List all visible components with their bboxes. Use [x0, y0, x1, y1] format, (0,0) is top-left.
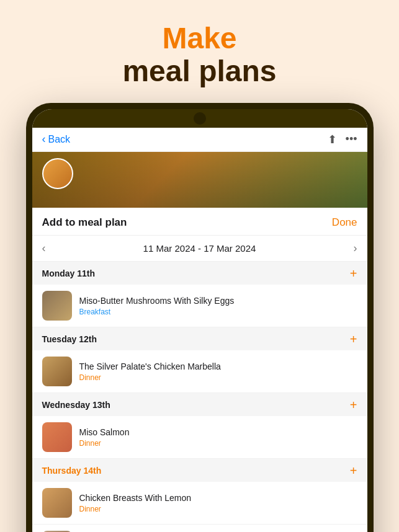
- recipe-info: Chicken Breasts With LemonDinner: [79, 492, 357, 513]
- add-recipe-button-thursday[interactable]: +: [350, 464, 357, 478]
- week-nav: ‹ 11 Mar 2024 - 17 Mar 2024 ›: [32, 236, 367, 262]
- device-frame: ‹ Back ⬆ ••• Add to meal plan Done ‹ 11 …: [26, 103, 374, 532]
- day-header-wednesday: Wednesday 13th+: [32, 393, 367, 416]
- recipe-info: Miso SalmonDinner: [79, 427, 357, 448]
- week-range-label: 11 Mar 2024 - 17 Mar 2024: [143, 243, 256, 254]
- meal-plan-modal: Add to meal plan Done ‹ 11 Mar 2024 - 17…: [32, 208, 367, 532]
- recipe-info: Miso-Butter Mushrooms With Silky EggsBre…: [79, 295, 357, 316]
- share-icon[interactable]: ⬆: [328, 133, 337, 146]
- next-week-button[interactable]: ›: [354, 242, 357, 255]
- nav-right-icons: ⬆ •••: [328, 133, 357, 146]
- back-label: Back: [48, 134, 71, 145]
- recipe-name: Chicken Breasts With Lemon: [79, 492, 357, 503]
- recipe-item[interactable]: Miso-Butter Mushrooms With Silky EggsBre…: [32, 285, 367, 327]
- page-header: Make meal plans: [122, 0, 276, 103]
- nav-bar: ‹ Back ⬆ •••: [32, 128, 367, 152]
- bg-image-area: [32, 152, 367, 208]
- day-section-thursday: Thursday 14th+Chicken Breasts With Lemon…: [32, 459, 367, 532]
- day-label-tuesday: Tuesday 12th: [42, 334, 97, 344]
- recipe-tag: Breakfast: [79, 308, 357, 316]
- recipe-tag: Dinner: [79, 373, 357, 382]
- header-meal-plans: meal plans: [122, 55, 276, 88]
- done-button[interactable]: Done: [332, 216, 357, 229]
- recipe-name: The Silver Palate's Chicken Marbella: [79, 361, 357, 372]
- day-header-thursday: Thursday 14th+: [32, 459, 367, 482]
- chevron-left-icon: ‹: [42, 133, 46, 146]
- days-container: Monday 11th+Miso-Butter Mushrooms With S…: [32, 262, 367, 532]
- day-section-wednesday: Wednesday 13th+Miso SalmonDinner: [32, 393, 367, 459]
- back-button[interactable]: ‹ Back: [42, 133, 71, 146]
- recipe-thumbnail: [42, 357, 72, 386]
- day-header-monday: Monday 11th+: [32, 262, 367, 285]
- prev-week-button[interactable]: ‹: [42, 242, 46, 255]
- recipe-tag: Dinner: [79, 505, 357, 513]
- recipe-name: Miso-Butter Mushrooms With Silky Eggs: [79, 295, 357, 306]
- recipe-name: Miso Salmon: [79, 427, 357, 438]
- day-label-monday: Monday 11th: [42, 268, 96, 278]
- add-recipe-button-wednesday[interactable]: +: [350, 398, 357, 412]
- recipe-thumbnail: [42, 291, 72, 321]
- day-section-monday: Monday 11th+Miso-Butter Mushrooms With S…: [32, 262, 367, 327]
- recipe-thumbnail: [42, 488, 72, 518]
- day-section-tuesday: Tuesday 12th+The Silver Palate's Chicken…: [32, 327, 367, 393]
- more-icon[interactable]: •••: [346, 133, 357, 146]
- avatar: [42, 158, 73, 189]
- recipe-item[interactable]: Miso SalmonDinner: [32, 416, 367, 459]
- device-notch: [194, 112, 206, 125]
- add-recipe-button-monday[interactable]: +: [350, 267, 357, 281]
- recipe-tag: Dinner: [79, 439, 357, 448]
- recipe-item[interactable]: Sex in a PanSnacks: [32, 525, 367, 532]
- add-recipe-button-tuesday[interactable]: +: [350, 332, 357, 347]
- recipe-item[interactable]: Chicken Breasts With LemonDinner: [32, 482, 367, 525]
- modal-title: Add to meal plan: [42, 216, 127, 229]
- modal-header: Add to meal plan Done: [32, 208, 367, 236]
- day-label-thursday: Thursday 14th: [42, 466, 102, 476]
- recipe-thumbnail: [42, 422, 72, 452]
- day-label-wednesday: Wednesday 13th: [42, 400, 110, 410]
- device-screen: ‹ Back ⬆ ••• Add to meal plan Done ‹ 11 …: [32, 109, 367, 532]
- device-notch-bar: [32, 109, 367, 128]
- day-header-tuesday: Tuesday 12th+: [32, 327, 367, 350]
- header-make: Make: [122, 22, 276, 55]
- recipe-item[interactable]: The Silver Palate's Chicken MarbellaDinn…: [32, 350, 367, 393]
- recipe-info: The Silver Palate's Chicken MarbellaDinn…: [79, 361, 357, 382]
